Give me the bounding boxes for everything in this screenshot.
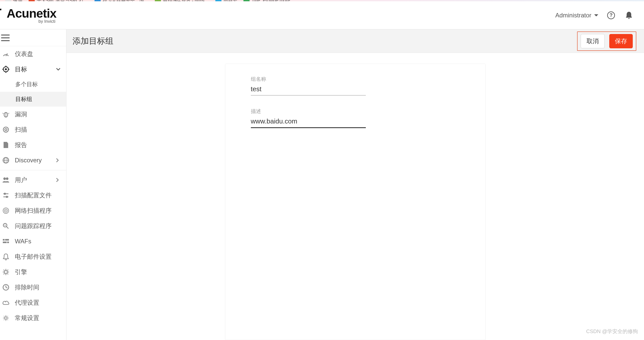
sidebar-item-reports[interactable]: 报告 <box>0 137 66 153</box>
sidebar-item-issue-tracker[interactable]: 问题跟踪程序 <box>0 218 66 234</box>
help-button[interactable]: ? <box>606 10 616 21</box>
users-icon <box>2 176 10 184</box>
svg-point-34 <box>4 270 7 274</box>
sidebar-item-label: 漏洞 <box>15 110 61 118</box>
sidebar-item-scans[interactable]: 扫描 <box>0 122 66 137</box>
sidebar-item-general[interactable]: 常规设置 <box>0 310 66 326</box>
favicon-icon <box>215 0 221 1</box>
sidebar-item-email[interactable]: 电子邮件设置 <box>0 249 66 264</box>
svg-line-39 <box>4 270 4 270</box>
sidebar-item-exclude-time[interactable]: 排除时间 <box>0 280 66 295</box>
svg-rect-31 <box>3 242 9 243</box>
tab-label: 捍卫互联网安全，国… <box>103 0 149 1</box>
sidebar-item-label: 扫描 <box>15 126 61 134</box>
sidebar-item-label: 电子邮件设置 <box>15 253 61 261</box>
sidebar-item-vulns[interactable]: 漏洞 <box>0 107 66 122</box>
cog-icon <box>2 268 10 276</box>
brand-subtitle: by Invicti <box>39 19 55 24</box>
user-label: Administrator <box>555 12 591 19</box>
favicon-icon <box>243 0 250 1</box>
sidebar-item-label: 目标组 <box>15 95 61 103</box>
browser-tab[interactable]: 捍卫互联网安全，国… <box>92 0 151 1</box>
brand-name: Acunetix <box>7 6 56 20</box>
browser-tab[interactable]: 每鸡场生成器 - https… <box>152 0 212 1</box>
form-card: 组名称 描述 <box>225 64 486 340</box>
svg-point-26 <box>5 210 6 211</box>
tab-label: Title: Provide more … <box>252 0 296 1</box>
field-description: 描述 <box>251 108 366 128</box>
sidebar-item-scan-profiles[interactable]: 扫描配置文件 <box>0 188 66 203</box>
field-group-name: 组名称 <box>251 76 366 96</box>
sidebar-item-label: 代理设置 <box>15 299 61 307</box>
action-buttons-highlight: 取消 保存 <box>577 31 636 51</box>
tab-label: 十大SRC平台与SRC打… <box>37 0 88 1</box>
sidebar-item-label: 常规设置 <box>15 314 61 322</box>
tab-label: 雨燕云 <box>224 0 237 1</box>
page-header: 添加目标组 取消 保存 <box>66 29 644 53</box>
globe-icon <box>2 156 10 164</box>
content-area: 添加目标组 取消 保存 组名称 描述 <box>66 29 644 340</box>
sidebar-item-label: 多个目标 <box>15 81 61 88</box>
browser-tab[interactable]: 雨燕云 <box>213 0 240 1</box>
svg-point-4 <box>5 68 7 70</box>
chevron-down-icon <box>56 68 61 71</box>
favicon-icon <box>155 0 161 1</box>
svg-line-11 <box>3 113 4 114</box>
sidebar-item-label: 扫描配置文件 <box>15 191 61 199</box>
browser-tab[interactable]: 十大SRC平台与SRC打… <box>26 0 91 1</box>
gear-icon <box>2 314 10 322</box>
caret-down-icon <box>594 14 599 17</box>
field-label: 描述 <box>251 108 366 115</box>
group-name-input[interactable] <box>251 84 366 96</box>
svg-line-40 <box>7 274 8 274</box>
browser-tab[interactable]: 恢用 <box>3 0 25 1</box>
sidebar-item-engine[interactable]: 引擎 <box>0 264 66 280</box>
svg-point-46 <box>5 317 7 319</box>
sidebar-item-label: WAFs <box>15 238 61 245</box>
bug-icon <box>2 110 10 118</box>
user-menu[interactable]: Administrator <box>555 12 599 19</box>
acunetix-logo-icon <box>0 7 7 20</box>
sidebar-item-dashboard[interactable]: 仪表盘 <box>0 46 66 62</box>
svg-rect-30 <box>3 239 9 241</box>
gauge-icon <box>2 50 10 58</box>
sidebar-item-label: 目标 <box>15 65 51 73</box>
sidebar-item-wafs[interactable]: WAFs <box>0 234 66 249</box>
sidebar: 仪表盘 目标 多个目标 目标组 漏洞 扫描 <box>0 29 66 340</box>
radar-icon <box>2 207 10 214</box>
sidebar-item-discovery[interactable]: Discovery <box>0 153 66 168</box>
svg-text:?: ? <box>610 12 613 18</box>
file-icon <box>2 141 10 149</box>
tab-label: 恢用 <box>13 0 22 1</box>
svg-point-19 <box>6 177 8 180</box>
favicon-icon <box>29 0 35 1</box>
sidebar-item-targets[interactable]: 目标 <box>0 62 66 77</box>
sidebar-divider <box>0 170 66 170</box>
sidebar-item-target-groups[interactable]: 目标组 <box>0 92 66 107</box>
svg-point-13 <box>3 127 8 132</box>
sidebar-item-net-scanner[interactable]: 网络扫描程序 <box>0 203 66 218</box>
sidebar-toggle[interactable] <box>1 35 10 41</box>
clock-icon <box>2 284 10 291</box>
brand-logo[interactable]: Acunetix by Invicti <box>0 6 56 24</box>
notifications-button[interactable] <box>624 10 634 21</box>
sidebar-item-label: 引擎 <box>15 268 61 276</box>
sidebar-item-label: 问题跟踪程序 <box>15 222 61 230</box>
save-button[interactable]: 保存 <box>609 34 633 48</box>
cancel-button[interactable]: 取消 <box>581 34 605 48</box>
svg-line-41 <box>4 274 4 274</box>
sidebar-item-label: 网络扫描程序 <box>15 207 61 215</box>
browser-tab[interactable]: Title: Provide more … <box>241 0 298 1</box>
favicon-icon <box>95 0 101 1</box>
page-title: 添加目标组 <box>73 36 113 47</box>
bell-icon <box>625 11 633 20</box>
tracker-icon <box>2 222 10 230</box>
svg-line-28 <box>6 226 8 229</box>
sidebar-item-users[interactable]: 用户 <box>0 172 66 188</box>
field-label: 组名称 <box>251 76 366 83</box>
bell-outline-icon <box>2 253 10 260</box>
description-input[interactable] <box>251 116 366 128</box>
sidebar-item-multi-targets[interactable]: 多个目标 <box>0 77 66 92</box>
sidebar-item-label: 仪表盘 <box>15 50 61 58</box>
sidebar-item-proxy[interactable]: 代理设置 <box>0 295 66 310</box>
